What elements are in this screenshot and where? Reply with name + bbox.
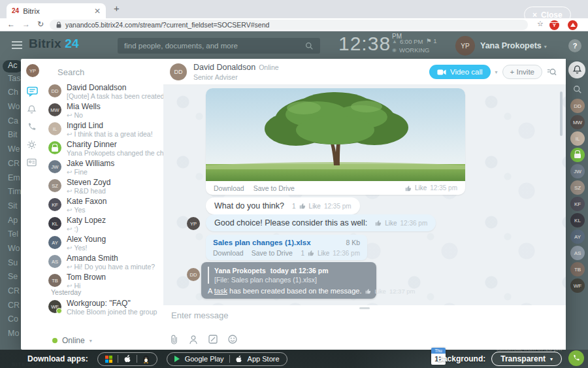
download-link[interactable]: Download — [214, 184, 244, 192]
photo-message[interactable]: Download Save to Drive Like 12:35 pm — [206, 88, 465, 195]
flag-counter[interactable]: ⚑ 1 — [426, 37, 436, 44]
new-tab-button[interactable]: + — [114, 3, 120, 14]
help-button[interactable]: ? — [568, 39, 581, 52]
invite-button[interactable]: + Invite — [502, 65, 542, 79]
linux-tux-icon[interactable] — [142, 355, 150, 363]
message-time: 12:37 pm — [389, 288, 416, 295]
chat-search-icon[interactable] — [547, 67, 557, 77]
windows-icon[interactable] — [105, 356, 112, 363]
chat-scrollbar[interactable] — [560, 92, 563, 136]
file-name-link[interactable]: Sales plan changes (1).xlsx — [213, 239, 311, 246]
attach-icon[interactable] — [170, 335, 178, 344]
mention-person-icon[interactable] — [189, 335, 198, 344]
like-link[interactable]: Like — [385, 220, 397, 227]
phone-icon — [572, 354, 580, 362]
message-time: 12:35 pm — [324, 203, 351, 210]
background-label: Background: — [437, 354, 485, 363]
like-link[interactable]: Like — [415, 184, 427, 192]
favicon: 24 — [12, 7, 19, 14]
contacts-search-input[interactable] — [57, 67, 172, 77]
like-count: 1 — [301, 250, 304, 257]
message-history[interactable]: Download Save to Drive Like 12:35 pm Wha… — [163, 85, 566, 305]
right-rail-avatar[interactable]: SZ — [570, 180, 585, 195]
contact-name: Ingrid Lind — [67, 121, 103, 130]
right-rail-avatar[interactable]: JW — [570, 164, 585, 178]
settings-gear-icon[interactable] — [27, 140, 37, 150]
tab-close-icon[interactable]: ✕ — [94, 7, 101, 15]
right-rail-avatar[interactable]: KL — [570, 213, 585, 227]
bitrix-header: Bitrix 24 12:38PM ▲6:00 PM ◉WORKING ⚑ 1 … — [0, 31, 588, 60]
like-thumb-icon[interactable] — [375, 220, 382, 226]
like-thumb-icon[interactable] — [308, 250, 314, 256]
user-avatar[interactable]: YP — [455, 36, 475, 56]
right-rail-avatar[interactable]: KF — [570, 197, 585, 211]
notifications-bell-icon[interactable] — [27, 105, 37, 114]
right-contact-rail: DDMWILJWSZKFKLAYASTBWF — [566, 60, 588, 368]
sender-avatar[interactable]: YP — [187, 217, 200, 230]
forward-icon[interactable]: → — [22, 20, 30, 29]
right-rail-avatar[interactable]: IL — [570, 131, 585, 146]
browser-tab[interactable]: 24 Bitrix ✕ — [7, 3, 106, 18]
flag-icon: ⚑ — [426, 37, 432, 44]
extension-icon[interactable] — [568, 20, 578, 30]
message-bubble[interactable]: What do you think? 1 Like 12:35 pm — [206, 197, 360, 214]
address-bar[interactable]: yanandco5.bitrix24.com/stream/?current_f… — [50, 20, 528, 30]
like-link[interactable]: Like — [318, 250, 329, 257]
video-call-button[interactable]: Video call — [429, 65, 491, 79]
emoji-icon[interactable] — [228, 335, 237, 344]
my-avatar[interactable]: YP — [26, 64, 39, 77]
message-time: 12:36 pm — [333, 250, 360, 257]
my-status-selector[interactable]: Online ▾ — [52, 336, 92, 345]
like-thumb-icon[interactable] — [365, 288, 371, 294]
rail-search-icon[interactable] — [573, 85, 582, 94]
right-rail-avatar[interactable]: DD — [570, 99, 585, 113]
back-icon[interactable]: ← — [7, 20, 15, 29]
video-call-options-chevron[interactable]: ▾ — [495, 69, 498, 75]
save-to-drive-link[interactable]: Save to Drive — [252, 249, 293, 257]
contact-preview-text: Chloe Bloom joined the group — [67, 308, 157, 316]
contacts-card-icon[interactable] — [27, 158, 37, 167]
right-rail-avatar[interactable] — [570, 148, 585, 162]
right-rail-avatar[interactable]: AS — [570, 246, 585, 260]
messenger-window: YP DD David Donaldson ↩[Quote] A task ha… — [21, 59, 566, 350]
contact-preview-text: I think that is a great idea! — [74, 130, 152, 138]
apple-icon[interactable] — [123, 354, 131, 363]
message-bubble[interactable]: Good choice! Please consider this as wel… — [206, 214, 436, 231]
bell-icon[interactable] — [572, 65, 582, 75]
phone-icon[interactable] — [27, 122, 37, 132]
call-fab-button[interactable] — [568, 350, 584, 366]
like-link[interactable]: Like — [309, 203, 321, 210]
quoted-message-bubble[interactable]: Yana Prokopetstoday at 12:36 pm [File: S… — [201, 262, 376, 299]
right-rail-avatar[interactable]: WF — [570, 278, 585, 293]
close-messenger-button[interactable]: × Close — [524, 7, 571, 23]
task-link[interactable]: task — [214, 287, 227, 295]
google-play-link[interactable]: Google Play — [185, 355, 224, 363]
right-rail-avatar[interactable]: AY — [570, 229, 585, 244]
composer-resize-handle[interactable] — [359, 307, 370, 309]
app-store-link[interactable]: App Store — [248, 355, 280, 363]
message-input[interactable] — [171, 310, 537, 320]
desktop-apps-pill — [97, 352, 157, 366]
quote-icon[interactable] — [208, 335, 218, 344]
right-rail-avatar[interactable]: MW — [570, 115, 585, 129]
right-rail-avatar[interactable]: TB — [570, 262, 585, 276]
background-selector[interactable]: Transparent ▾ — [491, 352, 562, 366]
download-link[interactable]: Download — [213, 249, 244, 257]
like-link[interactable]: Like — [374, 288, 385, 295]
save-to-drive-link[interactable]: Save to Drive — [253, 184, 295, 192]
peer-avatar[interactable]: DD — [170, 63, 187, 80]
left-menu-item[interactable]: Ac — [3, 60, 23, 73]
global-search[interactable] — [118, 38, 320, 54]
reload-icon[interactable]: ↻ — [37, 20, 44, 29]
global-search-input[interactable] — [124, 42, 305, 50]
sender-avatar[interactable]: DD — [187, 268, 200, 281]
user-name[interactable]: Yana Prokopets▾ — [480, 41, 547, 50]
like-thumb-icon[interactable] — [299, 203, 306, 209]
peer-name: David Donaldson — [193, 63, 255, 72]
contact-name: Mia Wells — [67, 102, 101, 111]
chat-icon[interactable] — [27, 86, 38, 97]
file-message[interactable]: Sales plan changes (1).xlsx 8 Kb Downloa… — [206, 235, 367, 260]
menu-hamburger-icon[interactable] — [12, 41, 22, 51]
message-composer — [163, 305, 566, 350]
like-thumb-icon[interactable] — [405, 185, 412, 192]
